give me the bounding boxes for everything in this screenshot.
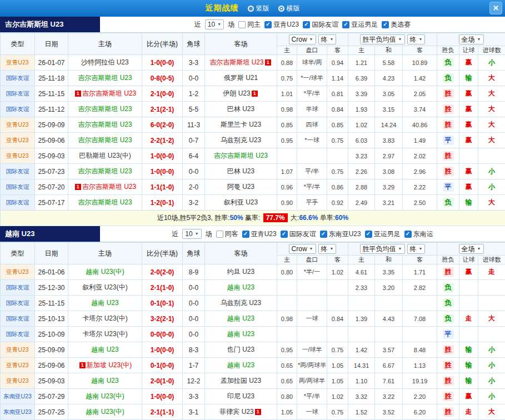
odds-cell: 0.84 (327, 311, 348, 327)
same-venue-checkbox[interactable]: 同主 (238, 20, 261, 29)
final-odds-select[interactable]: 终▼ (318, 34, 337, 44)
red-card-badge: 1 (255, 409, 261, 415)
checkbox-label: 同客 (225, 229, 238, 239)
red-card-badge: 1 (79, 362, 86, 368)
score-cell: 2-1(1-1) (142, 404, 183, 420)
odds-cell: 0.81 (327, 86, 348, 102)
odds-cell: 1.07 (277, 164, 297, 179)
matches-table: 类型日期主场比分(半场)角球客场Crow▼终▼胜平负均值▼终▼全场▼主盘口客主和… (0, 33, 505, 226)
goals-result: 小 (488, 58, 495, 66)
page-title: 近期战绩 (206, 3, 239, 13)
team-name: 吉尔吉斯斯坦 U23 (209, 58, 263, 66)
dropdown-value: 全场 (462, 245, 475, 253)
avg-cell: 40.86 (403, 117, 437, 133)
team-name: 斯里兰卡 U23 (221, 121, 261, 128)
handicap-result-cell: 赢 (459, 117, 478, 133)
match-row: 国际友谊25-07-201吉尔吉斯斯坦 U231-1(1-0)2-0阿曼 U23… (1, 179, 505, 195)
layout-radio-horizontal[interactable]: 横版 (278, 4, 300, 13)
final-avg-select[interactable]: 终▼ (407, 244, 426, 254)
outcome-cell: 胜 (437, 164, 459, 179)
dropdown-value: Crow (292, 36, 307, 43)
league-filter-checkbox[interactable]: 亚运男足 (342, 20, 378, 29)
match-row: 亚青U2325-09-06吉尔吉斯斯坦 U232-2(1-2)0-7乌兹别克 U… (1, 133, 505, 148)
corner-cell: 0-0 (183, 311, 205, 327)
handicap-cell (297, 148, 327, 164)
bookmaker-select[interactable]: Crow▼ (289, 244, 316, 254)
single-rate-value: 60% (335, 214, 348, 222)
layout-radio-vertical[interactable]: 竖版 (248, 4, 269, 13)
team-name: 乌兹别克 U23 (221, 299, 261, 307)
outcome-cell: 胜 (437, 342, 459, 358)
team-name: 巴林 U23 (227, 167, 254, 175)
league-filter-checkbox[interactable]: 东南运 (404, 229, 433, 239)
match-count-select[interactable]: 10▼ (182, 229, 201, 239)
same-venue-checkbox[interactable]: 同客 (216, 229, 238, 239)
sub-header: 客 (327, 46, 348, 55)
score-cell: 2-0(1-0) (142, 373, 183, 389)
final-odds-select[interactable]: 终▼ (318, 244, 337, 254)
checkbox-icon (264, 21, 272, 28)
odds-cell: 0.92 (327, 195, 348, 211)
league-filter-checkbox[interactable]: 国际友谊 (281, 229, 316, 239)
avg-cell: 1.42 (348, 342, 375, 358)
match-count-select[interactable]: 10▼ (205, 19, 224, 29)
league-filter-checkbox[interactable]: 国际友谊 (303, 20, 338, 29)
outcome-cell: 胜 (437, 373, 459, 389)
outcome-badge: 平 (443, 182, 454, 192)
avg-odds-select[interactable]: 胜平负均值▼ (360, 244, 405, 254)
team-name: 约旦 U23 (227, 268, 254, 276)
match-type: 亚青U23 (1, 264, 35, 280)
score-cell: 1-0(0-0) (142, 164, 183, 179)
handicap-result-cell: 赢 (459, 179, 478, 195)
team-name: 吉尔吉斯斯坦 U23 (78, 74, 132, 82)
handicap-result-cell: 走 (459, 404, 478, 420)
match-type: 国际友谊 (1, 102, 35, 117)
league-filter-checkbox[interactable]: 东南亚U23 (320, 229, 361, 239)
team-name: 吉尔吉斯斯坦 U23 (78, 198, 132, 206)
odds-cell: 0.95 (277, 342, 297, 358)
column-header: 类型 (1, 243, 35, 264)
odds-cell: 0.90 (277, 195, 297, 211)
outcome-badge: 胜 (443, 361, 454, 370)
team-cell-home: 沙特阿拉伯 U23 (68, 55, 142, 71)
handicap-result: 赢 (466, 167, 472, 175)
match-row: 国际友谊25-11-151吉尔吉斯斯坦 U232-1(0-0)1-2伊朗 U23… (1, 86, 505, 102)
team-cell-home: 越南 U23(中) (68, 389, 142, 404)
match-type: 亚青U23 (1, 148, 35, 164)
checkbox-icon (303, 21, 310, 28)
avg-cell: 3.08 (375, 164, 403, 179)
handicap-result-cell: 赢 (459, 86, 478, 102)
checkbox-label: 奥选赛 (391, 20, 411, 29)
avg-cell: 2.26 (348, 164, 375, 179)
match-type: 亚青U23 (1, 358, 35, 373)
match-row: 东南亚U2325-07-25越南 U23(中)2-1(1-1)3-1菲律宾 U2… (1, 404, 505, 420)
avg-cell: 3.22 (375, 389, 403, 404)
matches-table: 类型日期主场比分(半场)角球客场Crow▼终▼胜平负均值▼终▼全场▼主盘口客主和… (0, 242, 505, 420)
single-rate-label: 单率: (318, 214, 335, 222)
column-header: 比分(半场) (142, 243, 183, 264)
league-filter-checkbox[interactable]: 亚青U23 (242, 229, 277, 239)
red-card-badge: 1 (252, 91, 258, 97)
team-cell-home: 巴勒斯坦 U23(中) (68, 148, 142, 164)
match-row: 亚青U2325-09-03巴勒斯坦 U23(中)1-0(0-0)6-4吉尔吉斯斯… (1, 148, 505, 164)
fullmatch-select[interactable]: 全场▼ (459, 34, 484, 44)
corner-cell: 12-2 (183, 373, 205, 389)
close-button[interactable]: ✕ (489, 2, 502, 14)
avg-cell: 6.39 (348, 71, 375, 86)
league-filter-checkbox[interactable]: 亚运男足 (365, 229, 401, 239)
chevron-down-icon: ▼ (309, 36, 313, 43)
match-date: 25-11-18 (35, 71, 68, 86)
fullmatch-select[interactable]: 全场▼ (459, 244, 484, 254)
avg-cell: 4.61 (348, 264, 375, 280)
odds-cell: 1.02 (327, 389, 348, 404)
final-avg-select[interactable]: 终▼ (407, 34, 426, 44)
outcome-badge: 胜 (443, 104, 454, 114)
avg-cell: 1.02 (348, 117, 375, 133)
red-card-badge: 1 (75, 184, 81, 190)
avg-odds-select[interactable]: 胜平负均值▼ (360, 34, 405, 44)
league-filter-checkbox[interactable]: 亚青U23 (264, 20, 299, 29)
team-name: 吉尔吉斯斯坦 U23 (78, 167, 132, 175)
bookmaker-select[interactable]: Crow▼ (289, 34, 316, 44)
match-row: 国际友谊25-11-18吉尔吉斯斯坦 U230-8(0-5)0-0俄罗斯 U21… (1, 71, 505, 86)
league-filter-checkbox[interactable]: 奥选赛 (382, 20, 411, 29)
